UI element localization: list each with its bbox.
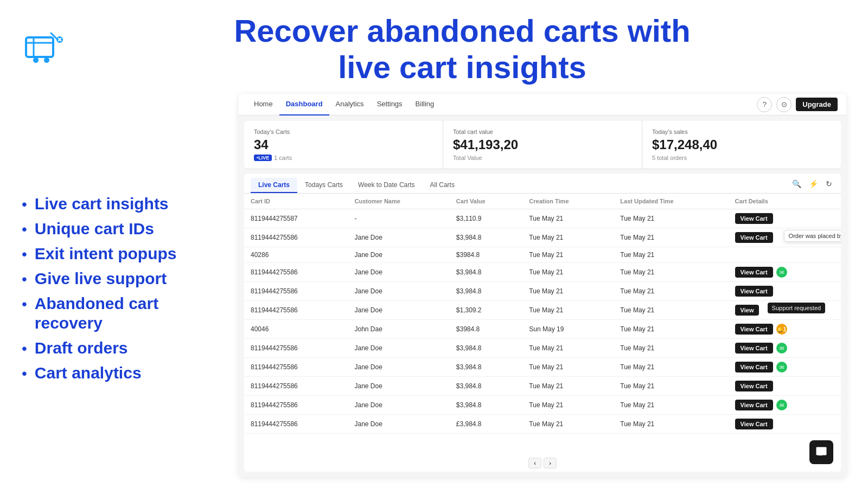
col-header: Cart Value: [450, 194, 523, 209]
table-body: 8119444275587-$3,110.9Tue May 21Tue May …: [244, 209, 841, 434]
cart-details-cell: View Cart: [729, 209, 841, 228]
table-row: 8119444275586Jane Doe$3,984.8Tue May 21T…: [244, 339, 841, 358]
chat-button[interactable]: [809, 440, 833, 464]
table-cell: Jane Doe: [348, 377, 450, 396]
table-cell: Tue May 21: [614, 209, 728, 228]
bullet-dot: •: [22, 295, 27, 313]
table-cell: Tue May 21: [614, 415, 728, 434]
nav-analytics[interactable]: Analytics: [329, 94, 371, 115]
table-row: 8119444275586Jane Doe$3,984.8Tue May 21T…: [244, 282, 841, 301]
table-tab-live-carts[interactable]: Live Carts: [251, 178, 297, 193]
nav-billing[interactable]: Billing: [409, 94, 441, 115]
stat-sub: •LIVE 1 carts: [254, 155, 433, 161]
table-cell: 8119444275586: [244, 228, 348, 247]
svg-rect-8: [816, 447, 827, 455]
dashboard-panel: Home Dashboard Analytics Settings Billin…: [239, 94, 846, 477]
nav-settings[interactable]: Settings: [371, 94, 409, 115]
table-row: 8119444275586Jane Doe$1,309.2Tue May 21T…: [244, 301, 841, 320]
nav-icons: ? ⊙ Upgrade: [757, 97, 838, 112]
view-cart-button[interactable]: View Cart: [735, 343, 773, 354]
cart-details-container: View Cart✉: [735, 362, 834, 373]
stats-row: Today's Carts 34 •LIVE 1 carts Total car…: [244, 121, 841, 169]
table-header-row: Cart IDCustomer NameCart ValueCreation T…: [244, 194, 841, 209]
table-cell: Tue May 21: [614, 358, 728, 377]
cart-details-container: ViewSupport requested: [735, 305, 834, 316]
account-icon[interactable]: ⊙: [776, 97, 792, 112]
filter-icon[interactable]: ⚡: [807, 178, 820, 189]
bullet-item-unique-cart: • Unique cart IDs: [22, 219, 217, 239]
table-tab-todays-carts[interactable]: Todays Carts: [297, 178, 350, 193]
table-row: 8119444275586Jane Doe$3,984.8Tue May 21T…: [244, 396, 841, 415]
next-page-btn[interactable]: ›: [544, 458, 557, 468]
support-tooltip: Support requested: [768, 303, 826, 313]
stat-sub: Total Value: [453, 155, 632, 161]
cart-table: Cart IDCustomer NameCart ValueCreation T…: [244, 194, 841, 454]
table-cell: Jane Doe: [348, 415, 450, 434]
view-cart-button[interactable]: View Cart: [735, 381, 773, 391]
cart-details-cell: View Cart🔔1: [729, 320, 841, 339]
table-actions: 🔍 ⚡ ↻: [790, 178, 834, 192]
help-icon[interactable]: ?: [757, 97, 772, 112]
cart-details-container: View Cart: [735, 213, 834, 224]
col-header: Customer Name: [348, 194, 450, 209]
view-cart-button[interactable]: View Cart: [735, 324, 773, 335]
table-row: 8119444275586Jane Doe$3,984.8Tue May 21T…: [244, 228, 841, 247]
refresh-icon[interactable]: ↻: [824, 178, 834, 189]
view-cart-button[interactable]: View Cart: [735, 213, 773, 224]
table-cell: Jane Doe: [348, 263, 450, 282]
bullet-text: Give live support: [35, 269, 167, 288]
cart-details-cell: [729, 247, 841, 263]
pagination: ‹ ›: [244, 454, 841, 472]
stat-value: $41,193,20: [453, 137, 632, 152]
cart-details-cell: View Cart: [729, 415, 841, 434]
stat-label: Total cart value: [453, 129, 632, 135]
bullet-item-abandoned-cart: • Abandoned cart recovery: [22, 294, 217, 333]
stat-label: Today's Carts: [254, 129, 433, 135]
table-cell: Tue May 21: [614, 396, 728, 415]
table-tab-all-carts[interactable]: All Carts: [423, 178, 462, 193]
nav-home[interactable]: Home: [247, 94, 279, 115]
col-header: Cart ID: [244, 194, 348, 209]
prev-page-btn[interactable]: ‹: [528, 458, 541, 468]
view-cart-button[interactable]: View: [735, 305, 760, 316]
cart-details-cell: View CartOrder was placed by customer: [729, 228, 841, 247]
table-row: 40046John Dae$3984.8Sun May 19Tue May 21…: [244, 320, 841, 339]
table-cell: $3,984.8: [450, 358, 523, 377]
table-row: 8119444275586Jane Doe$3,984.8Tue May 21T…: [244, 358, 841, 377]
table-cell: $1,309.2: [450, 301, 523, 320]
table-cell: $3,984.8: [450, 396, 523, 415]
view-cart-button[interactable]: View Cart: [735, 419, 773, 429]
table-cell: 8119444275586: [244, 415, 348, 434]
view-cart-button[interactable]: View Cart: [735, 232, 773, 243]
table-cell: Tue May 21: [522, 301, 614, 320]
cart-details-cell: View Cart✉: [729, 263, 841, 282]
bullet-text: Cart analytics: [35, 363, 142, 383]
col-header: Last Updated Time: [614, 194, 728, 209]
table-cell: 8119444275586: [244, 263, 348, 282]
bullet-item-cart-analytics: • Cart analytics: [22, 363, 217, 383]
table-cell: Tue May 21: [614, 282, 728, 301]
bullet-text: Draft orders: [35, 338, 128, 358]
table-tab-week-to-date-carts[interactable]: Week to Date Carts: [350, 178, 422, 193]
table-cell: Tue May 21: [522, 415, 614, 434]
table-cell: $3,984.8: [450, 339, 523, 358]
view-cart-button[interactable]: View Cart: [735, 362, 773, 373]
stat-sub: 5 total orders: [652, 155, 831, 161]
table-tabs: Live CartsTodays CartsWeek to Date Carts…: [244, 174, 841, 194]
svg-rect-0: [26, 37, 53, 57]
search-icon[interactable]: 🔍: [790, 178, 803, 189]
table-cell: 8119444275586: [244, 301, 348, 320]
table-cell: John Dae: [348, 320, 450, 339]
bullet-item-live-support: • Give live support: [22, 269, 217, 288]
table-cell: Jane Doe: [348, 282, 450, 301]
view-cart-button[interactable]: View Cart: [735, 286, 773, 297]
table-cell: $3,984.8: [450, 377, 523, 396]
alert-badge: 🔔1: [776, 324, 787, 335]
nav-dashboard[interactable]: Dashboard: [279, 94, 329, 115]
view-cart-button[interactable]: View Cart: [735, 267, 773, 278]
table-cell: Jane Doe: [348, 358, 450, 377]
cart-details-cell: ViewSupport requested: [729, 301, 841, 320]
bullet-item-exit-intent: • Exit intent popups: [22, 244, 217, 264]
upgrade-button[interactable]: Upgrade: [796, 98, 838, 111]
view-cart-button[interactable]: View Cart: [735, 400, 773, 410]
